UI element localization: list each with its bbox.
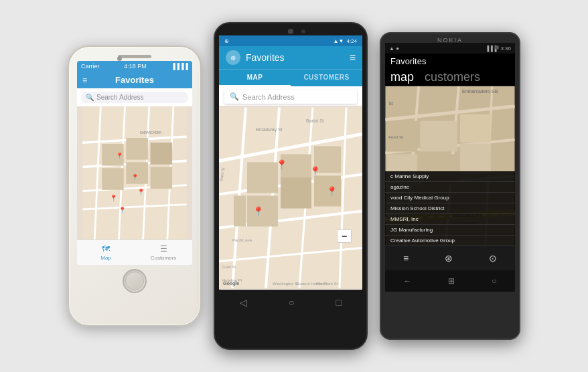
- svg-rect-13: [151, 143, 173, 165]
- home-nav-button[interactable]: ○: [289, 297, 294, 308]
- map-tab-icon: 🗺: [102, 244, 110, 254]
- iphone-speaker: [118, 55, 151, 58]
- list-item-mission[interactable]: Mission School District: [385, 203, 515, 214]
- customers-tab-icon: ☰: [160, 244, 167, 254]
- ios-header-title: Favorites: [115, 75, 154, 85]
- iphone-device: Carrier 4:18 PM ▐▐▐▐ ≡ Favorites 🔍 Searc…: [68, 45, 202, 327]
- android-status-bar: ⊕ ▲▼ 4:24: [219, 35, 362, 46]
- list-item-mmsri[interactable]: MMSRI, Inc: [385, 214, 515, 225]
- android-search-icon: 🔍: [230, 92, 239, 101]
- hamburger-icon[interactable]: ≡: [82, 76, 87, 85]
- list-item-jg[interactable]: JG Manufacturing: [385, 225, 515, 236]
- google-logo: Google: [223, 281, 239, 286]
- nokia-tabs: map customers: [385, 69, 515, 86]
- android-tab-map[interactable]: MAP: [219, 70, 291, 86]
- svg-rect-12: [126, 162, 148, 184]
- tab-customers-label: Customers: [151, 255, 177, 261]
- svg-text:📍: 📍: [110, 194, 118, 202]
- svg-text:📍: 📍: [252, 206, 265, 217]
- home-button[interactable]: [123, 269, 147, 293]
- android-map-area[interactable]: Broadway St Bartol St Bard St Sansome St…: [219, 106, 362, 290]
- ios-map-area[interactable]: EMBARCADER 📍 📍 📍 📍 📍: [77, 106, 192, 240]
- svg-rect-66: [460, 144, 491, 175]
- android-device: ⊕ ▲▼ 4:24 ⊕ Favorites ≡ MAP CUSTOMERS 🔍 …: [214, 22, 368, 350]
- nokia-signal-icons: ▲ ●: [389, 45, 399, 52]
- svg-text:📍: 📍: [276, 159, 288, 171]
- svg-rect-62: [460, 114, 491, 143]
- nokia-map-area[interactable]: St Embarcadero-SB Front St Broadway & Em…: [385, 86, 515, 246]
- android-menu-icon[interactable]: ≡: [350, 52, 356, 64]
- nokia-bottom-bar: ≡ ⊛ ⊙: [385, 246, 515, 270]
- android-search-placeholder: Search Address: [242, 93, 295, 101]
- nokia-title-text: Favorites: [390, 56, 426, 66]
- nokia-windows-nav: ← ⊞ ○: [385, 270, 515, 292]
- svg-text:Washington St: Washington St: [273, 282, 299, 286]
- android-search-bar[interactable]: 🔍 Search Address: [224, 90, 357, 104]
- nokia-menu-icon[interactable]: ≡: [403, 253, 409, 264]
- android-app-icon: ⊕: [224, 38, 229, 44]
- tab-map-label: Map: [100, 255, 111, 261]
- svg-text:St: St: [388, 101, 393, 106]
- android-title: Favorites: [246, 52, 344, 63]
- ios-status-bar: Carrier 4:18 PM ▐▐▐▐: [77, 61, 192, 72]
- nokia-tab-map[interactable]: map: [390, 69, 414, 86]
- iphone-camera: [117, 56, 122, 61]
- nokia-screen: ▲ ● ▐▐▐ 3:36 Favorites map customers: [385, 43, 515, 270]
- android-header-logo: ⊕: [226, 50, 240, 65]
- nokia-tab-customers[interactable]: customers: [425, 69, 480, 86]
- nokia-brand-label: NOKIA: [437, 37, 463, 43]
- svg-text:Broadway St: Broadway St: [256, 127, 283, 132]
- svg-text:Gold St: Gold St: [222, 265, 236, 269]
- ios-search-bar[interactable]: 🔍 Search Address: [81, 92, 188, 103]
- svg-rect-14: [151, 167, 173, 189]
- list-item-medical[interactable]: vood City Medical Group: [385, 193, 515, 203]
- svg-text:📍: 📍: [326, 186, 338, 197]
- iphone-screen: Carrier 4:18 PM ▐▐▐▐ ≡ Favorites 🔍 Searc…: [77, 61, 192, 265]
- win-search-button[interactable]: ○: [492, 276, 496, 286]
- carrier-label: Carrier: [81, 63, 100, 70]
- svg-rect-30: [247, 163, 278, 193]
- tab-customers[interactable]: ☰ Customers: [135, 240, 192, 265]
- zoom-out-button[interactable]: −: [337, 229, 352, 243]
- svg-text:📍: 📍: [119, 206, 127, 214]
- svg-rect-33: [281, 178, 311, 209]
- android-header: ⊕ Favorites ≡: [219, 46, 362, 69]
- search-icon: 🔍: [86, 94, 94, 101]
- svg-text:Embarcadero-SB: Embarcadero-SB: [462, 89, 498, 94]
- list-item-creative[interactable]: Creative Automotive Group: [385, 236, 515, 246]
- nokia-customer-list: c Marine Supply agazine vood City Medica…: [385, 171, 515, 246]
- ios-header: ≡ Favorites: [77, 72, 192, 88]
- tab-map[interactable]: 🗺 Map: [77, 240, 135, 265]
- svg-text:📍: 📍: [137, 188, 145, 196]
- nokia-device: NOKIA ▲ ● ▐▐▐ 3:36 Favorites map custome…: [380, 32, 520, 340]
- search-placeholder: Search Address: [96, 94, 144, 101]
- svg-rect-11: [102, 168, 124, 190]
- android-screen: ⊕ ▲▼ 4:24 ⊕ Favorites ≡ MAP CUSTOMERS 🔍 …: [219, 35, 362, 290]
- back-button[interactable]: ◁: [240, 297, 247, 308]
- ios-tab-bar: 🗺 Map ☰ Customers: [77, 240, 192, 265]
- home-button-inner: [125, 272, 144, 290]
- nokia-time: 3:36: [500, 45, 511, 52]
- svg-text:Custom House Pl: Custom House Pl: [296, 282, 327, 286]
- win-start-button[interactable]: ⊞: [448, 276, 455, 286]
- win-back-button[interactable]: ←: [403, 276, 411, 286]
- android-wifi-icon: ▲▼: [334, 38, 344, 44]
- svg-text:Front St: Front St: [388, 135, 403, 139]
- svg-rect-10: [126, 138, 148, 160]
- nokia-search-icon[interactable]: ⊙: [489, 253, 497, 264]
- android-speaker: [288, 29, 293, 34]
- ios-battery: ▐▐▐▐: [171, 63, 188, 70]
- nokia-filter-icon[interactable]: ⊛: [445, 253, 453, 264]
- android-camera: [301, 29, 305, 33]
- list-item-magazine[interactable]: agazine: [385, 182, 515, 193]
- list-item-marine[interactable]: c Marine Supply: [385, 171, 515, 182]
- ios-time: 4:18 PM: [124, 63, 147, 70]
- recent-apps-button[interactable]: □: [336, 297, 342, 308]
- nokia-title: Favorites: [385, 54, 515, 69]
- android-time: 4:24: [346, 38, 357, 44]
- android-tab-customers[interactable]: CUSTOMERS: [291, 70, 362, 86]
- svg-text:📍: 📍: [309, 166, 321, 177]
- svg-text:📍: 📍: [131, 173, 139, 181]
- android-tabs: MAP CUSTOMERS: [219, 69, 362, 86]
- svg-text:Bartol St: Bartol St: [306, 118, 324, 123]
